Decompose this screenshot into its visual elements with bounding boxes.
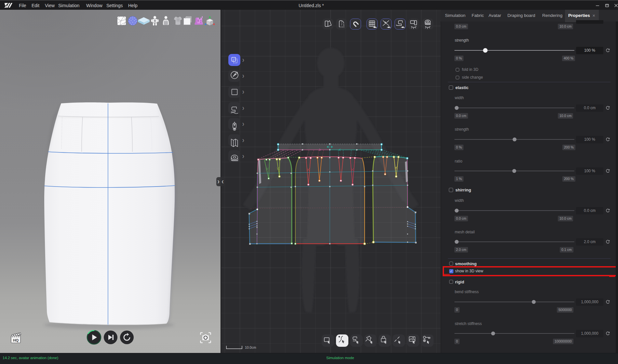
svg-text:10.0cm: 10.0cm (245, 345, 256, 349)
svg-text:HQ: HQ (13, 338, 19, 342)
